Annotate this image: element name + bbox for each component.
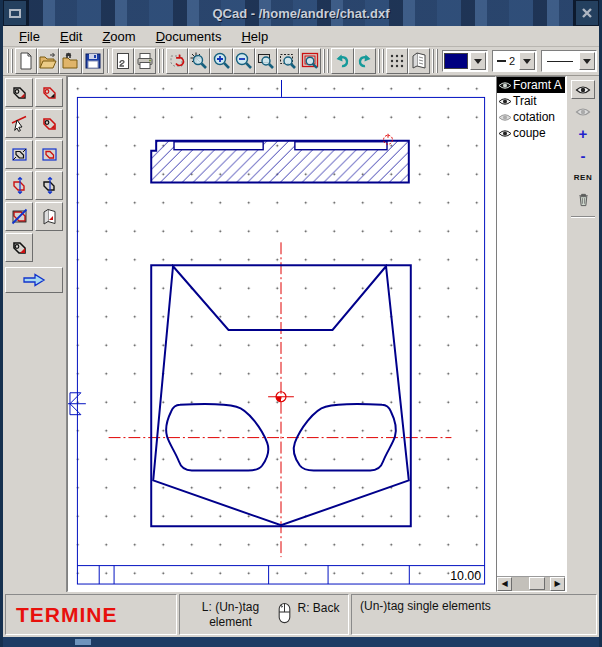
chevron-down-icon [474,59,482,64]
tag-window-button[interactable] [35,140,63,169]
import-drawing-button[interactable] [59,48,81,74]
redraw-button[interactable] [166,48,188,74]
scroll-thumb[interactable] [529,577,545,590]
open-file-button[interactable] [37,48,59,74]
qcad-window: QCad - /home/andre/chat.dxf File Edit Zo… [0,0,602,647]
zoom-autozoom-icon [189,51,209,71]
save-file-button[interactable] [82,48,104,74]
main-toolbar: 2 [3,47,599,76]
close-button[interactable] [575,0,599,26]
toolbar-handle[interactable] [158,49,164,73]
menu-help[interactable]: Help [231,27,278,46]
layer-row-cotation[interactable]: cotation [497,109,565,125]
delete-layer-button[interactable] [571,190,595,209]
menu-edit[interactable]: Edit [50,27,92,46]
layer-list-hscrollbar[interactable]: ◀ ▶ [497,576,565,591]
line-style-combo[interactable] [541,50,597,72]
scroll-track[interactable] [512,577,550,591]
tag-intersected-button[interactable] [5,171,33,200]
layer-row-foramt-a[interactable]: Foramt A [497,77,565,93]
layer-name: Foramt A [513,78,562,92]
tag-element-icon [40,83,59,102]
remove-layer-button[interactable]: - [571,146,595,165]
save-file-icon [83,51,103,71]
zoom-out-button[interactable] [233,48,255,74]
tag-double-button[interactable] [5,233,33,262]
tag-double-icon [10,238,29,257]
tag-element-button[interactable] [35,78,63,107]
drawing-canvas[interactable]: 10.00 [67,76,496,592]
views-button[interactable] [408,48,430,74]
layer-toolbar: + - REN [566,76,599,592]
minus-icon: - [581,147,586,164]
current-color-swatch [444,53,468,69]
zoom-selection-button[interactable] [277,48,299,74]
width-sample-line [497,60,506,62]
layer-name: Trait [513,94,537,108]
untag-element-button[interactable] [5,78,33,107]
zoom-in-button[interactable] [210,48,232,74]
eye-visible-icon [575,84,591,96]
layer-list-empty [497,141,565,576]
undo-button[interactable] [331,48,353,74]
window-frame-bottom [3,637,599,647]
tag-layer-button[interactable] [35,202,63,231]
untag-all-button[interactable] [5,202,33,231]
window-menu-button[interactable] [3,0,27,26]
show-all-layers-button[interactable] [571,80,595,99]
plus-icon: + [579,125,588,142]
redraw-icon [167,51,187,71]
continue-button[interactable] [5,267,63,293]
tag-layer-icon [40,207,59,226]
eye-icon [498,128,512,139]
menu-bar: File Edit Zoom Documents Help [3,26,599,47]
redo-button[interactable] [354,48,376,74]
toolbar-handle[interactable] [378,49,384,73]
scroll-right-button[interactable]: ▶ [550,577,565,591]
title-drag-area[interactable]: QCad - /home/andre/chat.dxf [29,0,573,26]
grid-icon [387,51,407,71]
drawing-svg: 10.00 [68,77,495,591]
grid-toggle-button[interactable] [386,48,408,74]
status-bar: TERMINE L: (Un-)tag element R: Back (Un-… [3,592,599,637]
scroll-left-button[interactable]: ◀ [497,577,512,591]
untag-window-button[interactable] [5,140,33,169]
rename-layer-button[interactable]: REN [571,168,595,187]
color-dropdown-button[interactable] [470,52,486,70]
add-layer-button[interactable]: + [571,124,595,143]
toolbar-handle[interactable] [323,49,329,73]
new-file-button[interactable] [15,48,37,74]
print-button[interactable] [134,48,156,74]
hide-all-layers-button[interactable] [571,102,595,121]
zoom-autozoom-button[interactable] [188,48,210,74]
untag-pointer-button[interactable] [5,109,33,138]
layer-row-trait[interactable]: Trait [497,93,565,109]
mouse-left-hint: L: (Un-)tag element [188,600,272,634]
toolbar-handle[interactable] [7,49,13,73]
tag-contour-icon [40,114,59,133]
print-preview-button[interactable] [112,48,134,74]
layer-row-coupe[interactable]: coupe [497,125,565,141]
layer-list: Foramt A Trait cotation [496,76,566,592]
menu-zoom[interactable]: Zoom [92,27,145,46]
frame-resize-notch[interactable] [75,639,91,645]
untag-intersected-button[interactable] [35,171,63,200]
toolbar-handle[interactable] [432,49,438,73]
color-combo[interactable] [442,50,488,72]
mouse-right-hint: R: Back [297,600,339,634]
menu-file[interactable]: File [9,27,50,46]
views-icon [409,51,429,71]
linestyle-sample-line [547,61,573,62]
zoom-previous-button[interactable] [299,48,321,74]
new-file-icon [16,51,36,71]
width-dropdown-button[interactable] [519,52,535,70]
import-drawing-icon [60,51,80,71]
tag-contour-button[interactable] [35,109,63,138]
action-hint: (Un-)tag single elements [360,599,491,613]
width-value: 2 [509,55,517,67]
menu-documents[interactable]: Documents [146,27,232,46]
zoom-window-button[interactable] [255,48,277,74]
line-width-combo[interactable]: 2 [492,50,537,72]
linestyle-dropdown-button[interactable] [579,52,595,70]
close-icon [581,7,593,19]
